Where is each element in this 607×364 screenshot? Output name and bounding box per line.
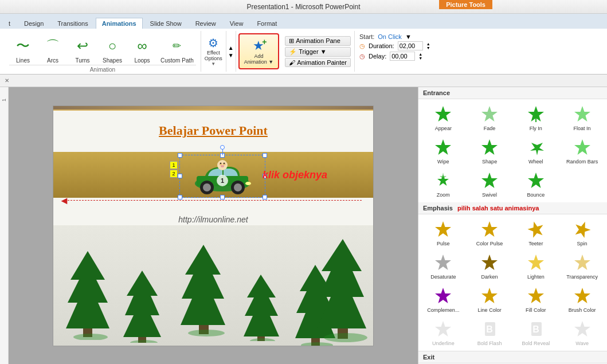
slide[interactable]: Belajar Power Point 1 2 [53, 105, 374, 346]
scroll-up-btn[interactable]: ▲ [228, 44, 234, 52]
anim-shape[interactable]: Shape [467, 135, 512, 167]
anim-teeter[interactable]: Teeter [514, 217, 559, 249]
delay-row: ◷ Delay: ▲▼ [359, 52, 598, 61]
add-animation-button[interactable]: ★ + AddAnimation ▼ [238, 33, 279, 69]
desaturate-icon [433, 252, 453, 273]
anim-transparency[interactable]: Transparency [559, 250, 605, 282]
delay-spinners[interactable]: ▲▼ [418, 52, 422, 60]
svg-marker-63 [574, 321, 590, 336]
rotation-handle[interactable] [220, 145, 225, 150]
anim-bounce[interactable]: Bounce [514, 168, 559, 200]
tab-design[interactable]: Design [18, 18, 50, 29]
slide-title[interactable]: Belajar Power Point [159, 123, 268, 138]
entrance-header: Entrance [418, 87, 607, 99]
anim-darken[interactable]: Darken [467, 250, 512, 282]
anim-pulse[interactable]: Pulse [421, 217, 466, 249]
handle-tl[interactable] [178, 153, 182, 158]
wheel-label: Wheel [528, 159, 543, 165]
tab-review[interactable]: Review [189, 18, 222, 29]
slide-url: http://ilmuonline.net [178, 215, 248, 224]
picture-tools-tab[interactable]: Picture Tools [439, 0, 492, 9]
handle-bl[interactable] [178, 195, 182, 199]
anim-bold-reveal[interactable]: B Bold Reveal [514, 316, 559, 349]
anim-float-in[interactable]: Float In [559, 101, 605, 134]
svg-marker-49 [573, 220, 592, 238]
tab-t[interactable]: t [2, 18, 17, 29]
anim-fly-in[interactable]: Fly In [514, 101, 559, 134]
svg-marker-55 [481, 288, 498, 303]
anim-complementary[interactable]: Complemen... [421, 283, 466, 315]
ribbon-item-lines[interactable]: 〜 Lines [9, 33, 37, 65]
duration-label: Duration: [369, 42, 394, 49]
timing-section: Start: On Click ▼ ◷ Duration: ▲▼ ◷ Delay… [355, 31, 602, 72]
bold-flash-label: Bold Flash [477, 340, 502, 346]
handle-bm[interactable] [220, 195, 225, 199]
rotation-line [222, 150, 223, 155]
anim-spin[interactable]: Spin [559, 217, 605, 249]
arrow-left: ◄ [59, 195, 69, 207]
svg-text:1: 1 [221, 177, 224, 184]
entrance-grid: Appear Fade Fly In Float In [418, 99, 607, 202]
duration-spinners[interactable]: ▲▼ [426, 42, 430, 50]
bold-flash-icon: B [479, 319, 500, 339]
anim-random-bars[interactable]: Random Bars [559, 135, 605, 167]
anim-appear[interactable]: Appear [421, 101, 466, 134]
anim-swivel[interactable]: Swivel [467, 168, 512, 200]
brush-color-label: Brush Color [569, 307, 596, 313]
svg-marker-46 [435, 221, 451, 237]
anim-line-color[interactable]: Line Color [467, 283, 512, 315]
car-svg: 1 [191, 158, 254, 195]
tree-2 [122, 268, 162, 343]
emphasis-instruction: pilih salah satu animasinya [457, 205, 539, 212]
zoom-label: Zoom [437, 192, 450, 198]
tab-transitions[interactable]: Transitions [51, 18, 94, 29]
svg-point-32 [324, 333, 367, 342]
random-bars-icon [572, 137, 593, 158]
animation-painter-button[interactable]: 🖌 Animation Painter [285, 58, 351, 67]
ribbon-item-turns[interactable]: ↩ Turns [69, 33, 96, 65]
bounce-label: Bounce [527, 192, 545, 198]
car-container[interactable]: 1 2 [179, 155, 265, 198]
ribbon-item-loops[interactable]: ∞ Loops [128, 33, 156, 65]
svg-point-11 [221, 165, 224, 167]
ribbon-item-custom-path[interactable]: ✏ Custom Path [158, 33, 196, 65]
handle-tr[interactable] [263, 153, 267, 158]
start-arrow[interactable]: ▼ [405, 33, 412, 40]
scroll-down-btn[interactable]: ▼ [228, 52, 234, 59]
anim-wheel[interactable]: Wheel [514, 135, 559, 167]
trigger-arrow: ▼ [320, 48, 327, 55]
anim-color-pulse[interactable]: Color Pulse [467, 217, 512, 249]
ribbon-item-shapes[interactable]: ○ Shapes [99, 33, 126, 65]
anim-lighten[interactable]: Lighten [514, 250, 559, 282]
svg-point-17 [73, 334, 108, 340]
anim-underline[interactable]: Underline [421, 316, 466, 349]
delay-input[interactable] [390, 52, 415, 61]
anim-desaturate[interactable]: Desaturate [421, 250, 466, 282]
tab-animations[interactable]: Animations [96, 18, 143, 29]
handle-br[interactable] [263, 195, 267, 199]
zoom-icon [433, 170, 453, 191]
tab-format[interactable]: Format [250, 18, 283, 29]
duration-input[interactable] [398, 41, 423, 50]
anim-fade[interactable]: Fade [467, 101, 512, 134]
tab-slideshow[interactable]: Slide Show [144, 18, 188, 29]
anim-wave[interactable]: Wave [559, 316, 605, 349]
anim-zoom[interactable]: Zoom [421, 168, 466, 200]
tab-view[interactable]: View [224, 18, 250, 29]
animation-pane-button[interactable]: ⊞ Animation Pane [285, 36, 351, 46]
close-panel-btn[interactable]: ✕ [5, 77, 9, 84]
anim-wipe[interactable]: Wipe [421, 135, 466, 167]
shape-icon [479, 137, 500, 158]
anim-brush-color[interactable]: Brush Color [559, 283, 605, 315]
ribbon-item-arcs[interactable]: ⌒ Arcs [39, 33, 66, 65]
dotted-line [65, 200, 362, 201]
pulse-icon [433, 219, 453, 240]
handle-ml[interactable] [178, 174, 182, 178]
add-animation-plus-icon: + [262, 37, 267, 46]
trigger-button[interactable]: ⚡ Trigger ▼ [285, 47, 351, 57]
effect-options-button[interactable]: ⚙ EffectOptions ▼ [201, 31, 226, 72]
anim-bold-flash[interactable]: B Bold Flash [467, 316, 512, 349]
tree-1 [65, 248, 111, 340]
fill-color-icon [526, 285, 546, 306]
anim-fill-color[interactable]: Fill Color [514, 283, 559, 315]
